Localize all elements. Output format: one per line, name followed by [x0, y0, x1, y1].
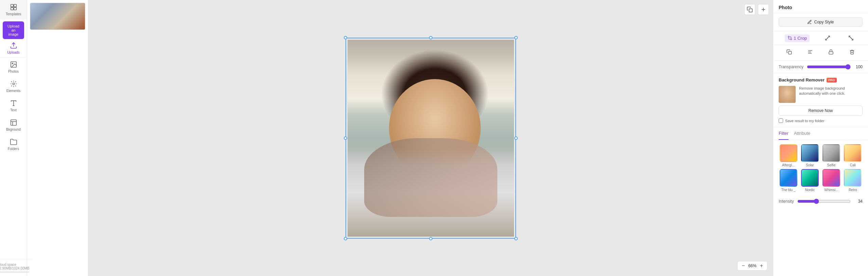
canvas-image-wrapper[interactable] [348, 40, 514, 237]
flip-v-button[interactable] [846, 34, 856, 42]
sidebar-item-text-label: Text [10, 108, 16, 112]
sidebar-item-templates-label: Templates [6, 12, 21, 16]
transparency-row: Transparency 100 [773, 61, 868, 73]
handle-top-middle[interactable] [429, 36, 432, 39]
zoom-out-button[interactable]: − [741, 263, 745, 269]
image-icon [10, 61, 17, 68]
filter-item-whimsical[interactable]: Whimsi... [822, 169, 841, 192]
filter-item-retro[interactable]: Retro [843, 169, 863, 192]
zoom-in-button[interactable]: + [759, 263, 764, 269]
handle-top-right[interactable] [514, 36, 518, 39]
right-panel-header: Photo [773, 0, 868, 13]
flip-h-button[interactable] [822, 34, 833, 42]
upload-icon [10, 42, 17, 49]
filter-thumb-afterglow [780, 144, 797, 162]
filter-thumb-solar [801, 144, 819, 162]
handle-middle-left[interactable] [344, 136, 347, 140]
filter-item-nordic[interactable]: Nordic [800, 169, 819, 192]
uploads-panel [27, 0, 88, 276]
lock-button[interactable] [826, 48, 836, 58]
handle-bottom-right[interactable] [514, 237, 518, 240]
bg-remover-thumbnail [779, 86, 796, 103]
intensity-row: Intensity 34 [773, 196, 868, 208]
crop-button[interactable]: 1 Crop [785, 34, 810, 42]
crop-icon [787, 36, 792, 40]
sidebar-item-elements[interactable]: Elements [0, 77, 27, 96]
sidebar-item-photos[interactable]: Photos [0, 57, 27, 77]
handle-bottom-left[interactable] [344, 237, 347, 240]
upload-button[interactable]: Upload an image [3, 21, 24, 39]
remove-now-button[interactable]: Remove Now [779, 106, 863, 116]
sidebar-item-folders[interactable]: Folders [0, 135, 27, 154]
handle-bottom-middle[interactable] [429, 237, 432, 240]
cloud-space-label: Cloud space [0, 263, 16, 266]
sidebar-item-elements-label: Elements [6, 89, 21, 93]
filter-label-whimsical: Whimsi... [825, 188, 838, 192]
delete-button[interactable] [847, 48, 857, 58]
svg-rect-2 [11, 7, 13, 10]
transparency-value: 100 [854, 65, 863, 69]
intensity-label: Intensity [779, 199, 794, 204]
handle-middle-right[interactable] [514, 136, 518, 140]
align-left-icon [808, 49, 813, 55]
left-sidebar: Templates Upload an image Uploads Photos… [0, 0, 27, 276]
filter-tabs: Filter Attribute [773, 127, 868, 140]
crop-label: 1 Crop [794, 36, 807, 41]
svg-rect-1 [14, 4, 16, 7]
filter-tab-attribute[interactable]: Attribute [794, 127, 810, 140]
sidebar-item-text[interactable]: Text [0, 96, 27, 115]
save-result-checkbox[interactable] [779, 118, 783, 123]
filter-thumb-whimsical [822, 169, 840, 187]
svg-rect-14 [789, 51, 792, 54]
handle-top-left[interactable] [344, 36, 347, 39]
filter-label-retro: Retro [849, 188, 857, 192]
bg-remover-title: Background Remover PRO [779, 77, 863, 82]
svg-rect-18 [829, 52, 833, 54]
folder-icon [10, 138, 17, 146]
sidebar-item-templates[interactable]: Templates [0, 0, 27, 19]
pro-badge: PRO [827, 78, 837, 82]
filter-label-nordic: Nordic [805, 188, 815, 192]
svg-point-6 [12, 63, 13, 64]
cloud-space-value: 12.90MB/1024.00MB [0, 266, 29, 270]
align-left-button[interactable] [805, 48, 816, 58]
filter-label-solar: Solar [806, 163, 814, 167]
sidebar-item-background[interactable]: Bkground [0, 115, 27, 135]
sidebar-item-photos-label: Photos [8, 70, 19, 73]
duplicate-button[interactable] [744, 4, 755, 15]
filter-item-afterglow[interactable]: Aftergl... [779, 144, 798, 167]
filter-label-afterglow: Aftergl... [782, 163, 795, 167]
transparency-label: Transparency [779, 65, 803, 69]
intensity-slider[interactable] [797, 199, 851, 204]
filter-item-selfie[interactable]: Selfie [822, 144, 841, 167]
svg-point-7 [13, 83, 15, 85]
filter-item-solar[interactable]: Solar [800, 144, 819, 167]
filter-thumb-selfie [822, 144, 840, 162]
sidebar-item-uploads[interactable]: Uploads [3, 39, 24, 55]
copy-button[interactable] [784, 48, 795, 58]
filter-item-cali[interactable]: Cali [843, 144, 863, 167]
copy-style-button[interactable]: Copy Style [779, 17, 863, 27]
filter-thumb-nordic [801, 169, 819, 187]
copy-icon [786, 49, 792, 55]
filter-tab-filter[interactable]: Filter [779, 127, 789, 140]
filter-thumb-cali [844, 144, 862, 162]
uploads-grid [27, 0, 88, 33]
upload-thumbnail[interactable] [30, 3, 85, 30]
filter-item-theblu[interactable]: The blu _ [779, 169, 798, 192]
svg-rect-11 [749, 9, 752, 12]
add-button[interactable] [758, 4, 769, 15]
bg-remover-thumb-img [779, 86, 796, 103]
canvas-area: − 66% + [88, 0, 773, 276]
filter-label-selfie: Selfie [827, 163, 836, 167]
filter-label-cali: Cali [850, 163, 856, 167]
flip-v-icon [848, 35, 854, 41]
transparency-slider[interactable] [807, 64, 851, 70]
bg-remover-title-text: Background Remover [779, 77, 825, 82]
svg-rect-3 [14, 7, 16, 10]
duplicate-icon [747, 6, 753, 13]
canvas-photo [348, 40, 514, 237]
save-result-row: Save result to my folder [779, 118, 863, 123]
uploads-section: Upload an image Uploads [0, 19, 27, 57]
intensity-value: 34 [854, 199, 863, 204]
